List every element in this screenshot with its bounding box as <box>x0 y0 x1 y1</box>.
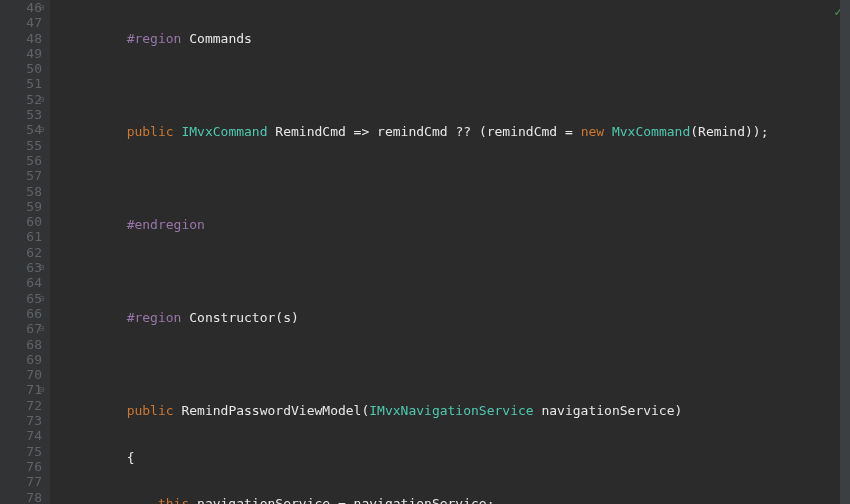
fold-toggle-icon[interactable]: ⊟ <box>39 382 44 397</box>
line-number: 76 <box>0 459 42 474</box>
line-number: 63⊟ <box>0 260 42 275</box>
line-number: 64 <box>0 275 42 290</box>
line-number: 50 <box>0 61 42 76</box>
line-number: 56 <box>0 153 42 168</box>
vertical-scrollbar[interactable] <box>840 0 850 504</box>
code-line[interactable] <box>64 264 850 279</box>
line-number: 71⊟ <box>0 382 42 397</box>
line-number: 74 <box>0 428 42 443</box>
line-number: 72 <box>0 398 42 413</box>
code-line[interactable]: #region Constructor(s) <box>64 310 850 325</box>
line-number: 61 <box>0 229 42 244</box>
line-number: 78 <box>0 490 42 505</box>
code-editor[interactable]: 46⊟474849505152⊟5354⊟555657585960616263⊟… <box>0 0 850 504</box>
line-number: 52⊟ <box>0 92 42 107</box>
line-number: 51 <box>0 76 42 91</box>
fold-toggle-icon[interactable]: ⊟ <box>39 291 44 306</box>
fold-toggle-icon[interactable]: ⊟ <box>39 321 44 336</box>
line-number: 62 <box>0 245 42 260</box>
line-number: 77 <box>0 474 42 489</box>
code-line[interactable]: #endregion <box>64 217 850 232</box>
line-number: 49 <box>0 46 42 61</box>
fold-toggle-icon[interactable]: ⊟ <box>39 122 44 137</box>
line-number: 73 <box>0 413 42 428</box>
line-number: 66 <box>0 306 42 321</box>
code-line[interactable] <box>64 78 850 93</box>
line-number: 53 <box>0 107 42 122</box>
line-number: 57 <box>0 168 42 183</box>
fold-toggle-icon[interactable]: ⊟ <box>39 92 44 107</box>
fold-toggle-icon[interactable]: ⊟ <box>39 0 44 15</box>
line-number: 55 <box>0 138 42 153</box>
code-line[interactable]: { <box>64 450 850 465</box>
code-line[interactable]: public IMvxCommand RemindCmd => remindCm… <box>64 124 850 139</box>
code-line[interactable]: #region Commands <box>64 31 850 46</box>
line-number: 65⊟ <box>0 291 42 306</box>
line-number: 59 <box>0 199 42 214</box>
line-number: 70 <box>0 367 42 382</box>
line-number: 68 <box>0 337 42 352</box>
fold-toggle-icon[interactable]: ⊟ <box>39 260 44 275</box>
code-line[interactable] <box>64 357 850 372</box>
line-number: 67⊟ <box>0 321 42 336</box>
line-number: 69 <box>0 352 42 367</box>
line-number: 47 <box>0 15 42 30</box>
line-number: 58 <box>0 184 42 199</box>
line-number: 54⊟ <box>0 122 42 137</box>
line-number: 46⊟ <box>0 0 42 15</box>
code-area[interactable]: #region Commands public IMvxCommand Remi… <box>50 0 850 504</box>
line-number: 75 <box>0 444 42 459</box>
code-line[interactable]: this.navigationService = navigationServi… <box>64 496 850 504</box>
code-line[interactable] <box>64 171 850 186</box>
line-number: 48 <box>0 31 42 46</box>
line-number-gutter: 46⊟474849505152⊟5354⊟555657585960616263⊟… <box>0 0 50 504</box>
line-number: 60 <box>0 214 42 229</box>
code-line[interactable]: public RemindPasswordViewModel(IMvxNavig… <box>64 403 850 418</box>
